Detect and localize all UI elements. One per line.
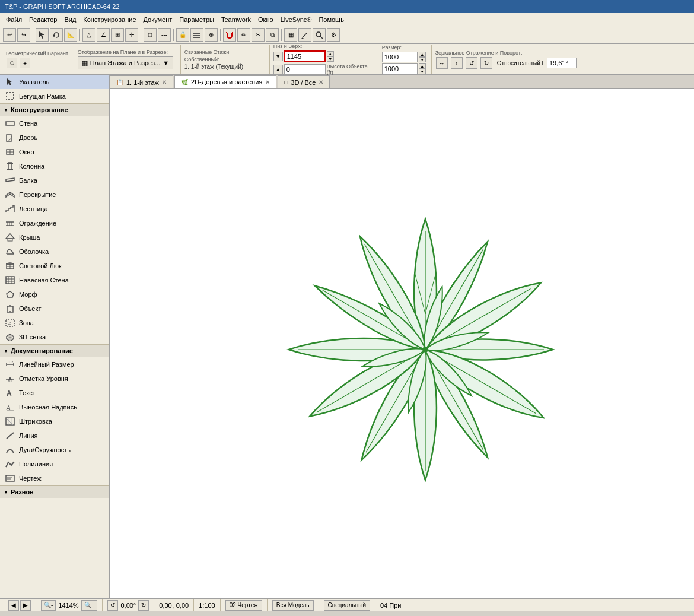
toolbar-copy-btn[interactable]: ⧉ — [266, 28, 279, 42]
sidebar-item-text[interactable]: A Текст — [0, 386, 109, 400]
tab-floor-plan[interactable]: 📋 1. 1-й этаж ✕ — [110, 75, 173, 88]
menu-construct[interactable]: Конструирование — [79, 15, 139, 24]
toolbar-fill-btn[interactable]: ▦ — [284, 28, 297, 42]
sidebar-item-polyline[interactable]: Полилиния — [0, 457, 109, 471]
low-value-input[interactable] — [284, 50, 326, 62]
geo-btn-2[interactable]: ◈ — [20, 58, 30, 68]
document-section[interactable]: Документирование — [0, 344, 109, 357]
sidebar-item-roof[interactable]: Крыша — [0, 230, 109, 245]
sidebar-item-pointer[interactable]: Указатель — [0, 75, 109, 89]
menu-teamwork[interactable]: Teamwork — [218, 15, 254, 24]
rotate-right-btn[interactable]: ↻ — [138, 600, 149, 611]
size-width-input[interactable] — [382, 52, 418, 62]
toolbar-move-btn[interactable]: ✂ — [252, 28, 265, 42]
toolbar-redo-btn[interactable]: ↪ — [17, 28, 30, 42]
status-zoom-out-btn[interactable]: 🔍- — [41, 600, 56, 611]
toolbar-zoom-pen-btn[interactable] — [313, 28, 326, 42]
drawing-mode-btn[interactable]: Специальный — [324, 600, 370, 611]
sidebar-item-linear-dim[interactable]: 1.2 Линейный Размер — [0, 357, 109, 371]
menu-file[interactable]: Файл — [2, 15, 26, 24]
size-height-input[interactable] — [382, 63, 418, 74]
rotate-90-btn[interactable]: ↺ — [466, 57, 477, 69]
low-up-btn[interactable]: ▲ — [327, 51, 334, 56]
status-zoom-in-btn[interactable]: 🔍+ — [81, 600, 98, 611]
toolbar-angle-btn[interactable]: ∠ — [97, 28, 110, 42]
sidebar-item-3d-mesh[interactable]: 3D-сетка — [0, 330, 109, 344]
status-undo-btn[interactable]: ◀ — [8, 600, 19, 611]
geo-btn-1[interactable]: ⬡ — [7, 58, 17, 68]
toolbar-select-btn[interactable] — [36, 28, 49, 42]
toolbar-rotate-btn[interactable] — [50, 28, 63, 42]
sidebar-item-skylight[interactable]: Световой Люк — [0, 259, 109, 273]
status-redo-btn[interactable]: ▶ — [20, 600, 31, 611]
construction-section[interactable]: Конструирование — [0, 103, 109, 116]
mirror-v-btn[interactable]: ↕ — [451, 57, 463, 69]
menu-view[interactable]: Вид — [61, 15, 79, 24]
sidebar-item-arc[interactable]: Дуга/Окружность — [0, 443, 109, 457]
plan-section-button[interactable]: ▦ План Этажа и Разрез... ▼ — [78, 56, 173, 69]
toolbar-layers-btn[interactable] — [190, 28, 203, 42]
other-section[interactable]: Разное — [0, 485, 109, 498]
angle-input[interactable] — [547, 58, 577, 68]
menu-window[interactable]: Окно — [254, 15, 277, 24]
size-height-down[interactable]: ▼ — [419, 69, 426, 74]
menu-help[interactable]: Помощь — [315, 15, 348, 24]
layer-btn[interactable]: 02 Чертеж — [225, 600, 262, 611]
sidebar-item-fill[interactable]: Штриховка — [0, 414, 109, 428]
sidebar-item-marquee[interactable]: Бегущая Рамка — [0, 89, 109, 103]
size-height-up[interactable]: ▲ — [419, 63, 426, 69]
sidebar-item-level-mark[interactable]: ±0 Отметка Уровня — [0, 371, 109, 386]
menu-livesync[interactable]: LiveSync® — [277, 15, 316, 24]
toolbar-pen-btn[interactable] — [298, 28, 311, 42]
toolbar-measure-btn[interactable]: 📐 — [64, 28, 77, 42]
toolbar-edit-btn[interactable]: ✏ — [237, 28, 250, 42]
rotate-90cw-btn[interactable]: ↻ — [480, 57, 492, 69]
toolbar-snap-btn[interactable]: ✛ — [125, 28, 138, 42]
toolbar-magnet-btn[interactable] — [223, 28, 236, 42]
sidebar-item-railing[interactable]: Ограждение — [0, 216, 109, 230]
model-btn[interactable]: Вся Модель — [272, 600, 314, 611]
drawing-area[interactable]: .leaf { fill: #e8f5e9; stroke: #2d8a2d; … — [110, 89, 694, 598]
status-layer[interactable]: 02 Чертеж — [221, 599, 268, 611]
tab-2d-plants[interactable]: 🌿 2D-Деревья и растения ✕ — [174, 75, 276, 88]
toolbar-connect-btn[interactable]: ⊕ — [205, 28, 218, 42]
sidebar-item-zone[interactable]: Z Зона — [0, 316, 109, 330]
tab-2d-plants-close[interactable]: ✕ — [265, 79, 270, 85]
menu-params[interactable]: Параметры — [176, 15, 218, 24]
sidebar-item-window[interactable]: Окно — [0, 145, 109, 159]
menu-document[interactable]: Документ — [140, 15, 176, 24]
mirror-h-btn[interactable]: ↔ — [436, 57, 448, 69]
sidebar-item-beam[interactable]: Балка — [0, 173, 109, 188]
sidebar-item-stair[interactable]: Лестница — [0, 202, 109, 216]
size-width-up[interactable]: ▲ — [419, 52, 426, 57]
toolbar-lock-btn[interactable]: 🔒 — [176, 28, 189, 42]
toolbar-undo-btn[interactable]: ↩ — [3, 28, 16, 42]
sidebar-item-drawing[interactable]: Чертеж — [0, 471, 109, 485]
toolbar-triangle-btn[interactable]: △ — [82, 28, 95, 42]
toolbar-dash-btn[interactable]: --- — [158, 28, 171, 42]
rotate-left-btn[interactable]: ↺ — [107, 600, 118, 611]
status-model[interactable]: Вся Модель — [268, 599, 319, 611]
status-drawing-mode[interactable]: Специальный — [319, 599, 375, 611]
sidebar-item-column[interactable]: Колонна — [0, 159, 109, 173]
sidebar-item-wall[interactable]: Стена — [0, 116, 109, 131]
tab-3d-all-close[interactable]: ✕ — [319, 79, 323, 85]
sidebar-item-morph[interactable]: Морф — [0, 287, 109, 301]
sidebar-item-door[interactable]: Дверь — [0, 131, 109, 145]
toolbar-rect-btn[interactable]: □ — [144, 28, 157, 42]
tab-3d-all[interactable]: □ 3D / Все ✕ — [278, 75, 330, 88]
sidebar-item-callout[interactable]: A Выносная Надпись — [0, 400, 109, 414]
menu-editor[interactable]: Редактор — [26, 15, 61, 24]
sidebar-item-slab[interactable]: Перекрытие — [0, 188, 109, 202]
sidebar-item-curtain-wall[interactable]: Навесная Стена — [0, 273, 109, 287]
size-width-down[interactable]: ▼ — [419, 57, 426, 62]
toolbar-settings-btn[interactable]: ⚙ — [327, 28, 340, 42]
sidebar-item-object[interactable]: Объект — [0, 301, 109, 316]
sidebar-item-line[interactable]: Линия — [0, 428, 109, 443]
tab-floor-plan-close[interactable]: ✕ — [162, 79, 167, 85]
sidebar-item-shell[interactable]: Оболочка — [0, 245, 109, 259]
high-value-input[interactable] — [284, 64, 326, 75]
skylight-icon — [5, 261, 15, 271]
low-down-btn[interactable]: ▼ — [327, 56, 334, 62]
toolbar-grid-btn[interactable]: ⊞ — [111, 28, 124, 42]
